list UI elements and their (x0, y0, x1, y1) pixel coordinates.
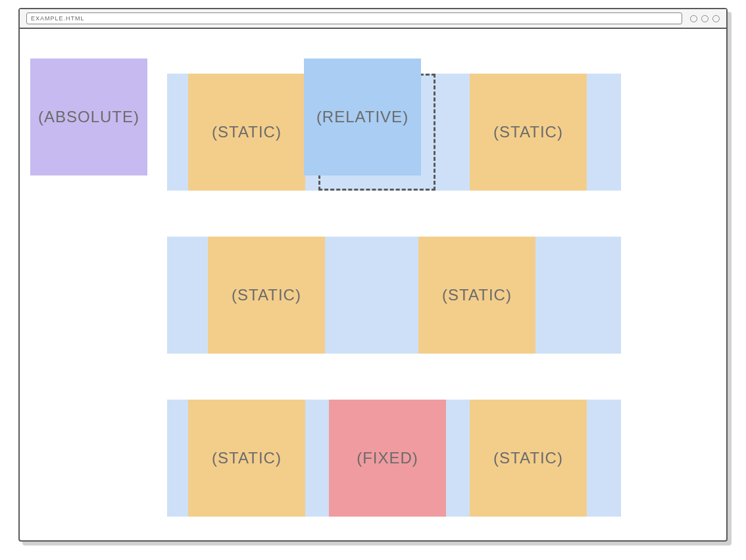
box-label: (static) (212, 449, 282, 467)
address-text: example.html (31, 15, 85, 22)
box-label: (static) (493, 449, 563, 467)
absolute-box: (absolute) (30, 58, 147, 175)
static-box: (static) (470, 400, 587, 517)
browser-window: example.html (absolute) (static) (relati… (18, 8, 728, 542)
window-dot-icon[interactable] (701, 15, 709, 22)
box-label: (fixed) (357, 449, 418, 467)
static-box: (static) (188, 74, 305, 191)
window-dot-icon[interactable] (712, 15, 720, 22)
browser-chrome: example.html (20, 9, 726, 29)
box-label: (relative) (316, 108, 409, 126)
box-label: (static) (212, 123, 282, 141)
static-box: (static) (208, 237, 325, 354)
window-dot-icon[interactable] (690, 15, 697, 22)
window-controls (690, 15, 720, 22)
relative-box: (relative) (304, 58, 421, 175)
box-label: (absolute) (38, 108, 139, 126)
address-bar[interactable]: example.html (26, 12, 682, 24)
box-label: (static) (493, 123, 563, 141)
viewport: (absolute) (static) (relative) (static) … (20, 29, 726, 540)
static-box: (static) (188, 400, 305, 517)
static-box: (static) (470, 74, 587, 191)
box-label: (static) (232, 286, 301, 304)
box-label: (static) (442, 286, 512, 304)
fixed-box: (fixed) (329, 400, 446, 517)
static-box: (static) (418, 237, 535, 354)
